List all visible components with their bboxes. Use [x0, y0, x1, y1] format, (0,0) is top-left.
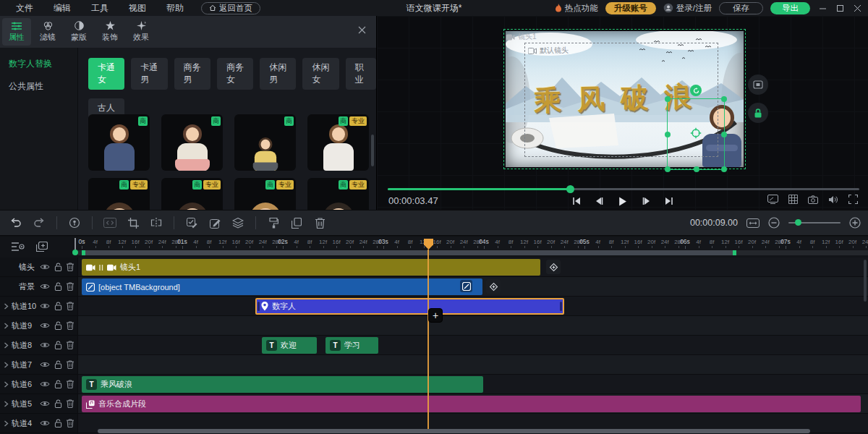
code-embed-button[interactable] [101, 215, 119, 231]
clip-欢迎[interactable]: T欢迎 [262, 337, 317, 354]
track-delete-icon[interactable] [67, 263, 74, 271]
timeline-v-scrollbar[interactable] [864, 260, 867, 302]
track-lock-icon[interactable] [54, 380, 62, 388]
category-chip[interactable]: 卡通女 [88, 58, 124, 90]
undo-button[interactable] [7, 215, 25, 231]
category-chip[interactable]: 商务男 [174, 58, 210, 90]
category-chip[interactable]: 卡通男 [131, 58, 167, 90]
avatar-card[interactable]: 商专业 [307, 178, 369, 210]
resize-handle[interactable] [665, 166, 671, 172]
clip-学习[interactable]: T学习 [326, 337, 378, 354]
tab-filters[interactable]: 滤镜 [33, 18, 62, 46]
track-delete-icon[interactable] [67, 341, 74, 349]
save-button[interactable]: 保存 [719, 2, 763, 14]
prev-frame-button[interactable] [592, 194, 607, 208]
hot-features-button[interactable]: 热点功能 [555, 3, 598, 14]
tab-mask[interactable]: 蒙版 [64, 18, 93, 46]
track-visibility-icon[interactable] [40, 283, 50, 290]
resize-handle[interactable] [721, 132, 727, 137]
resize-handle[interactable] [665, 96, 671, 102]
track-lock-icon[interactable] [54, 282, 62, 291]
menu-item-0[interactable]: 文件 [6, 2, 43, 14]
clip-乘风破浪[interactable]: T乘风破浪 [82, 376, 483, 393]
sidebar-item-1[interactable]: 公共属性 [0, 70, 77, 93]
header-resize-marker[interactable] [72, 238, 79, 255]
timeline-range-strip[interactable] [0, 250, 868, 255]
track-delete-icon[interactable] [67, 380, 74, 388]
clip-[object TMBackground][interactable]: [object TMBackground] [82, 278, 482, 295]
avatar-card[interactable]: 商 [161, 114, 223, 171]
track-lock-icon[interactable] [54, 263, 62, 271]
fit-timeline-icon[interactable] [746, 218, 760, 228]
minimize-button[interactable] [817, 3, 827, 13]
track-visibility-icon[interactable] [40, 400, 50, 407]
redo-button[interactable] [30, 215, 48, 231]
tab-effects[interactable]: 效果 [127, 18, 156, 46]
menu-item-1[interactable]: 编辑 [43, 2, 81, 14]
fullscreen-icon[interactable] [848, 195, 858, 204]
copy-button[interactable] [287, 215, 306, 231]
close-window-button[interactable] [852, 3, 862, 13]
play-button[interactable] [616, 194, 630, 208]
fit-frame-button[interactable] [748, 75, 768, 95]
timeline-h-scrollbar[interactable] [98, 429, 810, 433]
skip-end-button[interactable] [662, 194, 676, 208]
tab-properties[interactable]: 属性 [2, 18, 31, 46]
avatar-card[interactable]: 商专业 [234, 178, 296, 210]
track-lock-icon[interactable] [54, 321, 62, 330]
back-home-button[interactable]: 返回首页 [201, 2, 260, 14]
track-delete-icon[interactable] [67, 399, 74, 408]
track-lock-icon[interactable] [54, 341, 62, 349]
range-handle[interactable] [82, 250, 85, 255]
category-chip[interactable]: 商务女 [217, 58, 253, 90]
add-track-icon[interactable] [36, 242, 48, 252]
export-button[interactable]: 导出 [770, 2, 810, 14]
avatar-card[interactable]: 商专业 [88, 178, 150, 210]
track-visibility-icon[interactable] [40, 341, 50, 349]
add-transition-icon[interactable] [486, 279, 501, 294]
resize-handle[interactable] [721, 166, 727, 172]
zoom-slider-knob[interactable] [795, 219, 801, 226]
range-handle[interactable] [733, 250, 736, 255]
layers-button[interactable] [229, 215, 247, 231]
track-lane-轨道7[interactable] [0, 355, 868, 375]
track-lock-icon[interactable] [54, 360, 62, 369]
skip-start-button[interactable] [569, 194, 584, 208]
volume-icon[interactable] [828, 195, 838, 204]
track-visibility-icon[interactable] [40, 420, 50, 427]
clip-镜头1[interactable]: 镜头1 [82, 259, 540, 276]
keyframe-anchor-button[interactable] [65, 215, 84, 231]
expand-chevron-icon[interactable] [0, 323, 12, 329]
category-chip[interactable]: 休闲女 [302, 58, 339, 90]
avatar-card[interactable]: 商 [234, 114, 296, 171]
expand-chevron-icon[interactable] [0, 381, 12, 388]
category-chip[interactable]: 休闲男 [260, 58, 296, 90]
menu-item-3[interactable]: 视图 [119, 2, 156, 14]
panel-scrollbar[interactable] [371, 135, 374, 166]
pivot-anchor-icon[interactable] [691, 127, 702, 138]
track-delete-icon[interactable] [67, 360, 74, 369]
clip-trim-handle[interactable] [560, 302, 562, 311]
close-panel-icon[interactable] [358, 26, 366, 34]
maximize-button[interactable] [835, 3, 845, 13]
track-visibility-icon[interactable] [40, 380, 50, 388]
delete-button[interactable] [310, 215, 329, 231]
add-at-playhead-button[interactable]: + [428, 308, 443, 323]
lock-button[interactable] [748, 103, 768, 123]
clip-数字人[interactable]: 数字人 [255, 298, 564, 315]
menu-item-4[interactable]: 帮助 [156, 2, 194, 14]
clip-trim-handle[interactable] [258, 302, 260, 311]
avatar-card[interactable]: 商专业 [307, 114, 369, 171]
split-button[interactable] [147, 215, 166, 231]
track-manager-icon[interactable] [12, 242, 25, 252]
timeline-zoom-slider[interactable] [788, 218, 841, 227]
track-lock-icon[interactable] [54, 419, 62, 427]
avatar-card[interactable]: 商专业 [161, 178, 223, 210]
track-lane-轨道8[interactable] [0, 336, 868, 355]
track-visibility-icon[interactable] [40, 361, 50, 368]
expand-chevron-icon[interactable] [0, 420, 12, 427]
preview-progress-bar[interactable] [388, 185, 859, 192]
add-transition-icon[interactable] [546, 260, 561, 274]
track-delete-icon[interactable] [67, 419, 74, 427]
timeline-ruler[interactable]: 0s4f8f12f16f20f24f28f01s4f8f12f16f20f24f… [0, 237, 868, 250]
